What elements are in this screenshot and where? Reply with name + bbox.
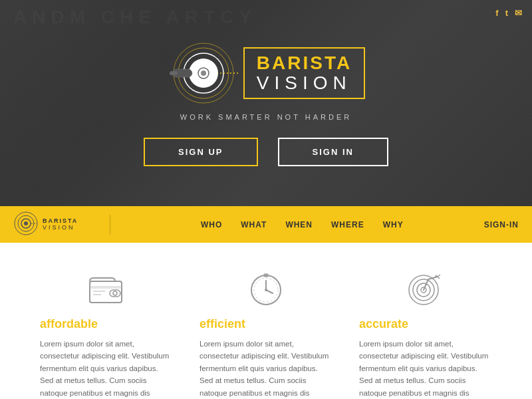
nav-why[interactable]: WHY <box>383 220 404 229</box>
feature-efficient: efficient Lorem ipsum dolor sit amet, co… <box>200 269 332 399</box>
svg-point-5 <box>201 70 206 76</box>
svg-rect-15 <box>90 286 122 289</box>
nav-divider <box>110 215 110 235</box>
nav-when[interactable]: WHEN <box>285 220 313 229</box>
nav-logo-icon <box>13 211 39 239</box>
feature-accurate-text: Lorem ipsum dolor sit amet, consectetur … <box>359 338 492 399</box>
social-icons: f t ✉ <box>495 8 522 18</box>
hero-buttons: SIGN UP SIGN IN <box>144 138 388 166</box>
feature-efficient-title: efficient <box>200 317 245 331</box>
nav-logo-text: BARISTA VISION <box>43 218 78 231</box>
logo-area: BARISTA VISION <box>167 40 365 106</box>
feature-accurate-title: accurate <box>359 317 408 331</box>
hero-tagline: WORK SMARTER NOT HARDER <box>180 113 352 121</box>
signin-button[interactable]: SIGN IN <box>278 138 388 166</box>
hero-content: BARISTA VISION WORK SMARTER NOT HARDER S… <box>144 40 388 166</box>
feature-affordable: affordable Lorem ipsum dolor sit amet, c… <box>40 269 173 399</box>
nav-who[interactable]: WHO <box>201 220 222 229</box>
twitter-icon[interactable]: t <box>505 8 508 18</box>
feature-affordable-text: Lorem ipsum dolor sit amet, consectetur … <box>40 338 173 399</box>
navbar: BARISTA VISION WHO WHAT WHEN WHERE WHY S… <box>0 206 532 243</box>
brand-vision: VISION <box>257 74 352 92</box>
clock-icon <box>243 269 289 309</box>
nav-signin-link[interactable]: SIGN-IN <box>484 220 519 229</box>
nav-where[interactable]: WHERE <box>331 220 364 229</box>
facebook-icon[interactable]: f <box>495 8 498 18</box>
signup-button[interactable]: SIGN UP <box>144 138 257 166</box>
nav-links: WHO WHAT WHEN WHERE WHY <box>120 220 484 229</box>
svg-point-24 <box>265 289 267 291</box>
features-section: affordable Lorem ipsum dolor sit amet, c… <box>0 243 532 399</box>
brand-barista: BARISTA <box>257 54 352 72</box>
target-icon <box>402 269 449 309</box>
nav-brand-vision: VISION <box>43 225 78 231</box>
nav-logo: BARISTA VISION <box>13 211 100 239</box>
nav-what[interactable]: WHAT <box>241 220 267 229</box>
brand-border: BARISTA VISION <box>243 47 365 99</box>
svg-rect-8 <box>170 71 178 75</box>
hero-section: f t ✉ <box>0 0 532 206</box>
logo-circle <box>167 40 240 106</box>
feature-accurate: accurate Lorem ipsum dolor sit amet, con… <box>359 269 492 399</box>
feature-efficient-text: Lorem ipsum dolor sit amet, consectetur … <box>200 338 332 399</box>
email-icon[interactable]: ✉ <box>515 8 522 18</box>
svg-point-17 <box>113 291 117 295</box>
wallet-icon <box>83 269 130 309</box>
feature-affordable-title: affordable <box>40 317 98 331</box>
svg-line-34 <box>438 277 440 279</box>
svg-point-12 <box>24 221 28 225</box>
